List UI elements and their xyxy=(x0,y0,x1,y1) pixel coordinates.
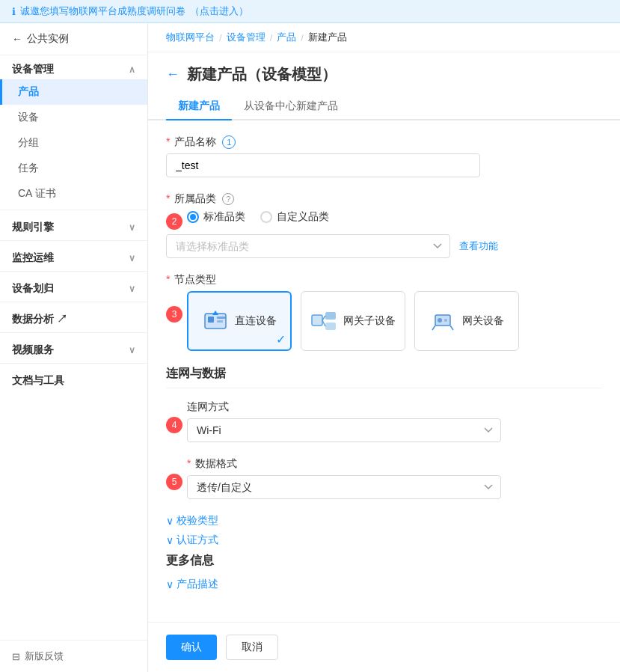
footer-actions: 确认 取消 xyxy=(148,622,620,672)
tabs-bar: 新建产品 从设备中心新建产品 xyxy=(148,94,620,120)
category-section: * 所属品类 ? 2 标准品类 自定义品类 xyxy=(166,192,602,258)
sidebar-group-rules-label: 规则引擎 xyxy=(12,221,54,234)
radio-standard[interactable]: 标准品类 xyxy=(187,210,245,224)
sidebar-group-monitor-label: 监控运维 xyxy=(12,251,54,265)
direct-device-icon xyxy=(202,308,229,335)
svg-point-14 xyxy=(438,318,442,323)
sidebar-divider xyxy=(0,210,147,210)
sidebar-divider-2 xyxy=(0,240,147,241)
breadcrumb-sep-1: / xyxy=(219,32,222,43)
cancel-button[interactable]: 取消 xyxy=(226,635,278,660)
tab-from-center[interactable]: 从设备中心新建产品 xyxy=(232,94,350,120)
product-name-input[interactable] xyxy=(166,153,480,177)
step-5-badge: 5 xyxy=(166,474,182,490)
step-1-badge: 1 xyxy=(222,135,236,149)
sidebar-group-provision-label: 设备划归 xyxy=(12,282,54,296)
svg-point-15 xyxy=(444,319,447,322)
top-banner: ℹ 诚邀您填写物联网平台成熟度调研问卷 （点击进入） xyxy=(0,0,620,23)
connection-type-select[interactable]: Wi-Fi 蜂窝 以太网 xyxy=(187,418,501,442)
chevron-down-icon-2: ∨ xyxy=(129,253,135,263)
data-format-select[interactable]: 透传/自定义 ICA标准数据格式(Alink JSON) xyxy=(187,475,501,499)
breadcrumb-current: 新建产品 xyxy=(308,31,347,44)
sidebar-group-device-management[interactable]: 设备管理 ∧ xyxy=(0,55,147,79)
svg-rect-9 xyxy=(325,323,336,330)
auth-method-collapsible[interactable]: ∨ 认证方式 xyxy=(166,534,602,547)
breadcrumb: 物联网平台 / 设备管理 / 产品 / 新建产品 xyxy=(148,23,620,52)
hint-icon[interactable]: ? xyxy=(222,193,234,205)
gateway-device-icon xyxy=(429,308,456,335)
verify-type-collapsible[interactable]: ∨ 校验类型 xyxy=(166,514,602,528)
breadcrumb-device-mgmt[interactable]: 设备管理 xyxy=(227,31,266,44)
sidebar-group-provision[interactable]: 设备划归 ∨ xyxy=(0,275,147,299)
radio-dot-custom xyxy=(260,211,272,223)
banner-link[interactable]: （点击进入） xyxy=(190,4,248,18)
category-select[interactable]: 请选择标准品类 xyxy=(166,234,450,258)
chevron-down-desc: ∨ xyxy=(166,578,174,590)
sidebar-group-monitor[interactable]: 监控运维 ∨ xyxy=(0,244,147,268)
confirm-button[interactable]: 确认 xyxy=(166,635,217,660)
radio-dot-standard xyxy=(187,211,199,223)
product-desc-collapsible[interactable]: ∨ 产品描述 xyxy=(166,578,602,591)
data-format-section: 5 * 数据格式 透传/自定义 ICA标准数据格式(Alink JSON) xyxy=(166,457,602,499)
sidebar-group-analytics-label: 数据分析 ↗ xyxy=(12,313,67,326)
page-back-button[interactable]: ← xyxy=(166,67,179,82)
required-star-1: * xyxy=(166,135,170,147)
sidebar-group-docs[interactable]: 文档与工具 xyxy=(0,367,147,391)
banner-text: 诚邀您填写物联网平台成熟度调研问卷 xyxy=(20,4,185,18)
radio-custom[interactable]: 自定义品类 xyxy=(260,210,329,224)
verify-type-label: 校验类型 xyxy=(177,514,218,528)
step-2-badge: 2 xyxy=(166,213,182,230)
svg-line-16 xyxy=(432,326,435,330)
svg-rect-4 xyxy=(217,320,223,323)
feedback-label: 新版反馈 xyxy=(25,650,64,663)
radio-custom-label: 自定义品类 xyxy=(277,210,329,224)
auth-method-label: 认证方式 xyxy=(177,534,218,547)
node-card-sub[interactable]: 网关子设备 xyxy=(301,291,405,351)
node-sub-label: 网关子设备 xyxy=(343,314,396,328)
sidebar-item-ca[interactable]: CA 证书 xyxy=(0,181,147,207)
product-name-section: * 产品名称 1 xyxy=(166,135,602,177)
sidebar-group-rules[interactable]: 规则引擎 ∨ xyxy=(0,213,147,237)
required-star-4: * xyxy=(187,457,191,469)
product-desc-label: 产品描述 xyxy=(177,578,218,591)
node-card-direct[interactable]: 直连设备 ✓ xyxy=(187,291,292,351)
svg-marker-5 xyxy=(212,311,218,315)
sidebar: ← 公共实例 设备管理 ∧ 产品 设备 分组 任务 CA 证书 规则引擎 ∨ 监… xyxy=(0,23,148,672)
sidebar-group-analytics[interactable]: 数据分析 ↗ xyxy=(0,305,147,329)
svg-line-17 xyxy=(450,326,453,330)
tab-new-product[interactable]: 新建产品 xyxy=(166,94,232,120)
breadcrumb-product[interactable]: 产品 xyxy=(277,31,296,44)
sidebar-item-device[interactable]: 设备 xyxy=(0,105,147,130)
page-header: ← 新建产品（设备模型） xyxy=(148,52,620,85)
chevron-down-icon-3: ∨ xyxy=(129,284,135,294)
more-info-title: 更多信息 xyxy=(166,553,602,569)
sidebar-back-label: 公共实例 xyxy=(27,32,69,46)
connection-type-section: 4 连网方式 Wi-Fi 蜂窝 以太网 xyxy=(166,400,602,442)
info-icon: ℹ xyxy=(12,6,16,17)
sidebar-back-button[interactable]: ← 公共实例 xyxy=(0,23,147,55)
chevron-down-verify: ∨ xyxy=(166,515,174,527)
sidebar-group-video-label: 视频服务 xyxy=(12,343,54,357)
svg-rect-2 xyxy=(208,317,214,323)
required-star-2: * xyxy=(166,192,170,204)
view-feature-link[interactable]: 查看功能 xyxy=(459,239,498,253)
category-radio-group: 标准品类 自定义品类 xyxy=(187,210,329,224)
breadcrumb-iot[interactable]: 物联网平台 xyxy=(166,31,215,44)
feedback-icon: ⊟ xyxy=(12,651,20,662)
sidebar-item-task[interactable]: 任务 xyxy=(0,156,147,181)
sidebar-group-video[interactable]: 视频服务 ∨ xyxy=(0,336,147,360)
sidebar-divider-4 xyxy=(0,302,147,302)
product-name-label: * 产品名称 1 xyxy=(166,135,602,149)
breadcrumb-sep-3: / xyxy=(301,32,304,43)
connection-type-label: 连网方式 xyxy=(187,400,602,414)
node-type-section: * 节点类型 3 xyxy=(166,273,602,351)
sidebar-feedback[interactable]: ⊟ 新版反馈 xyxy=(0,640,147,672)
sidebar-item-group[interactable]: 分组 xyxy=(0,130,147,156)
node-card-gateway[interactable]: 网关设备 xyxy=(414,291,519,351)
data-format-label: * 数据格式 xyxy=(187,457,602,471)
page-title: 新建产品（设备模型） xyxy=(187,64,337,85)
category-label: * 所属品类 ? xyxy=(166,192,602,206)
sidebar-divider-5 xyxy=(0,332,147,333)
sidebar-group-docs-label: 文档与工具 xyxy=(12,374,64,388)
sidebar-item-product[interactable]: 产品 xyxy=(0,79,147,105)
